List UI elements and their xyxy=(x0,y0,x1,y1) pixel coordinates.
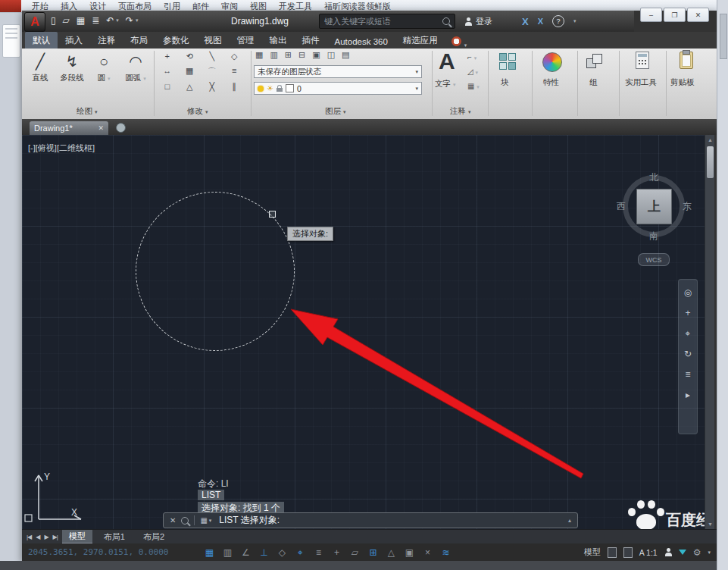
help-dropdown-icon[interactable]: ▾ xyxy=(573,18,576,24)
chamfer-icon[interactable]: △ xyxy=(182,82,198,92)
undo-icon[interactable]: ↶ xyxy=(106,15,114,26)
customize-icon[interactable]: ▦ xyxy=(200,516,207,525)
layer-tool-icon[interactable]: ⊞ xyxy=(285,50,292,60)
layer-dropdown[interactable]: ☀ 0 ▾ xyxy=(254,82,422,95)
help-icon[interactable]: ? xyxy=(552,15,564,27)
layer-tool-icon[interactable]: ◫ xyxy=(327,50,335,60)
dynamicucs-toggle-icon[interactable]: △ xyxy=(382,547,400,558)
scrollbar-thumb[interactable] xyxy=(707,146,714,178)
maximize-button[interactable]: ❐ xyxy=(664,8,686,22)
clipboard-icon[interactable] xyxy=(680,52,693,69)
chevron-down-icon[interactable]: ▾ xyxy=(415,86,418,92)
last-layout-icon[interactable]: ▶| xyxy=(53,534,58,540)
quickprops-toggle-icon[interactable]: × xyxy=(418,547,436,558)
drawing-canvas[interactable]: [-][俯视][二维线框] 北 南 西 东 上 WCS ◎ + ⌖ ↻ ≡ ▸ … xyxy=(22,135,705,529)
search-icon[interactable] xyxy=(181,517,189,525)
command-prompt-text[interactable]: LIST 选择对象: xyxy=(219,514,280,527)
tab-layout2[interactable]: 布局2 xyxy=(136,531,171,543)
close-button[interactable]: ✕ xyxy=(687,8,709,22)
erase-icon[interactable]: ∥ xyxy=(227,82,243,92)
lineweight-toggle-icon[interactable]: ≡ xyxy=(309,547,327,558)
snap-toggle-icon[interactable]: ▥ xyxy=(218,547,236,558)
ribbon-tab-home[interactable]: 默认 xyxy=(25,32,58,49)
undo-dropdown-icon[interactable]: ▾ xyxy=(116,17,119,23)
scale-icon[interactable]: □ xyxy=(159,82,176,92)
close-icon[interactable]: ✕ xyxy=(98,124,104,132)
new-drawing-icon[interactable] xyxy=(116,123,126,133)
plot-icon[interactable]: ≣ xyxy=(92,15,99,26)
rotate-icon[interactable]: ⟲ xyxy=(182,52,198,61)
ribbon-tab-plugins[interactable]: 插件 xyxy=(295,32,327,49)
utilities-icon[interactable] xyxy=(636,52,649,69)
3dosnap-toggle-icon[interactable]: ⊞ xyxy=(364,547,382,558)
history-expand-icon[interactable]: ▴ xyxy=(568,517,571,524)
connect-icon[interactable] xyxy=(451,36,461,46)
explode-icon[interactable]: ╳ xyxy=(204,82,220,92)
settings-gear-icon[interactable]: ⚙ xyxy=(693,547,701,558)
text-tool-icon[interactable]: A xyxy=(439,49,455,74)
redo-dropdown-icon[interactable]: ▾ xyxy=(136,17,139,23)
polar-toggle-icon[interactable]: ∠ xyxy=(236,547,255,558)
ribbon-tab-output[interactable]: 输出 xyxy=(262,32,295,49)
ribbon-tab-annotate[interactable]: 注释 xyxy=(90,32,123,49)
panel-label-group[interactable]: 组 xyxy=(589,77,598,88)
minimize-button[interactable]: – xyxy=(640,8,662,22)
osnap-toggle-icon[interactable]: ⌖ xyxy=(291,547,309,558)
annotation-visibility-icon[interactable] xyxy=(664,548,672,556)
transparency-toggle-icon[interactable]: + xyxy=(327,547,345,558)
model-space-button[interactable]: 模型 xyxy=(584,547,601,558)
ribbon-tab-manage[interactable]: 管理 xyxy=(230,32,262,49)
panel-label-utilities[interactable]: 实用工具 xyxy=(625,77,657,88)
group-icon[interactable] xyxy=(586,54,601,67)
open-icon[interactable]: ▱ xyxy=(63,15,70,26)
block-icon[interactable] xyxy=(499,53,516,70)
background-scrollbar[interactable] xyxy=(717,0,728,570)
layout-switch-icon[interactable] xyxy=(623,547,633,558)
first-layout-icon[interactable]: |◀ xyxy=(27,534,31,540)
panel-label-layers[interactable]: 图层 ▾ xyxy=(325,106,345,117)
panel-label-annotate[interactable]: 注释 ▾ xyxy=(450,106,470,117)
annomonitor-toggle-icon[interactable]: ≋ xyxy=(436,547,455,558)
ortho-toggle-icon[interactable]: ⊥ xyxy=(255,547,273,558)
selectioncycling-toggle-icon[interactable]: ▱ xyxy=(345,547,364,558)
tool-circle[interactable]: ○ 圆 ▾ xyxy=(89,52,119,83)
sign-in[interactable]: 登录 xyxy=(464,16,492,27)
tab-layout1[interactable]: 布局1 xyxy=(97,531,132,543)
layer-tool-icon[interactable]: ▦ xyxy=(255,50,263,60)
mirror-icon[interactable]: ◇ xyxy=(227,52,243,61)
panel-label-properties[interactable]: 特性 xyxy=(543,77,559,88)
file-tab-drawing1[interactable]: Drawing1* ✕ xyxy=(30,121,108,135)
layer-thaw-icon[interactable]: ☀ xyxy=(267,84,273,92)
panel-label-modify[interactable]: 修改 ▾ xyxy=(187,106,208,117)
layer-lock-icon[interactable] xyxy=(277,88,283,92)
search-input[interactable] xyxy=(320,17,442,26)
save-icon[interactable]: ▦ xyxy=(77,15,85,26)
exchange-apps-icon[interactable]: X xyxy=(522,16,529,27)
ribbon-tab-layout[interactable]: 布局 xyxy=(123,32,155,49)
tab-model[interactable]: 模型 xyxy=(62,530,92,544)
stretch-icon[interactable]: ↔ xyxy=(159,66,176,77)
dimension-icon[interactable]: ⌐ ▾ xyxy=(467,53,480,61)
properties-icon[interactable] xyxy=(542,52,562,72)
layer-tool-icon[interactable]: ▤ xyxy=(342,50,349,60)
tool-line[interactable]: ╱ 直线 xyxy=(25,52,55,83)
tool-arc[interactable]: ◠ 圆弧 ▾ xyxy=(120,52,151,83)
redo-icon[interactable]: ↷ xyxy=(126,15,133,26)
exchange-store-icon[interactable]: X xyxy=(538,17,543,26)
isolate-objects-icon[interactable] xyxy=(679,550,686,555)
status-customize-icon[interactable]: ▾ xyxy=(708,550,711,556)
chevron-down-icon[interactable]: ▾ xyxy=(209,518,212,524)
ribbon-tab-a360[interactable]: Autodesk 360 xyxy=(327,34,395,49)
ribbon-tab-parametric[interactable]: 参数化 xyxy=(155,32,197,49)
grid-toggle-icon[interactable]: ▦ xyxy=(200,547,218,558)
layer-on-icon[interactable] xyxy=(258,86,264,92)
dyninput-toggle-icon[interactable]: ▣ xyxy=(400,547,418,558)
ribbon-options-icon[interactable]: ▾ xyxy=(464,42,467,49)
layer-tool-icon[interactable]: ▣ xyxy=(312,50,320,60)
panel-label-block[interactable]: 块 xyxy=(501,77,509,88)
ribbon-tab-insert[interactable]: 插入 xyxy=(58,32,90,49)
table-icon[interactable]: ▦ ▾ xyxy=(467,82,480,90)
scrollbar-thumb[interactable] xyxy=(720,14,727,59)
paperspace-icon[interactable] xyxy=(608,547,617,558)
panel-label-draw[interactable]: 绘图 ▾ xyxy=(77,106,97,117)
